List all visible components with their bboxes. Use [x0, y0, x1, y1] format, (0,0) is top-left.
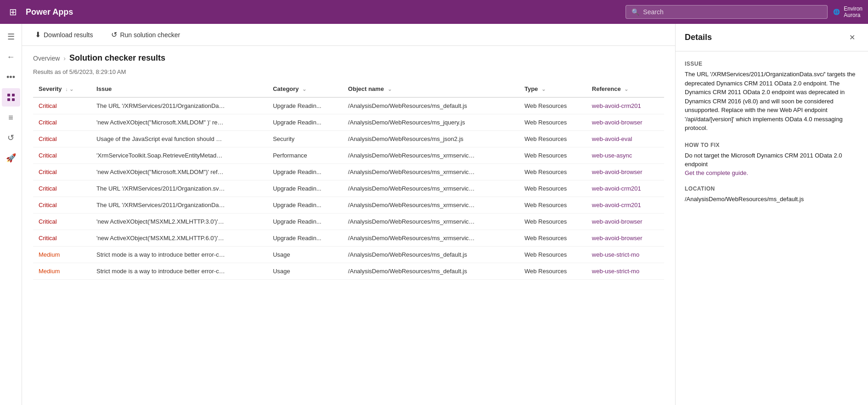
- cell-reference: web-use-strict-mo: [586, 263, 664, 280]
- cell-category: Upgrade Readin...: [267, 114, 343, 131]
- run-checker-label: Run solution checker: [120, 31, 180, 39]
- cell-object-name: /AnalysisDemo/WebResources/ms_jquery.js: [343, 114, 519, 131]
- cell-issue: Strict mode is a way to introduce better…: [91, 263, 267, 280]
- run-solution-checker-button[interactable]: ↺ Run solution checker: [106, 28, 186, 42]
- cell-severity: Critical: [33, 147, 91, 164]
- cell-object-name: /AnalysisDemo/WebResources/ms_json2.js: [343, 131, 519, 147]
- cell-reference: web-avoid-browser: [586, 230, 664, 247]
- app-grid-icon[interactable]: ⊞: [6, 6, 20, 17]
- table-row[interactable]: Medium Strict mode is a way to introduce…: [33, 263, 664, 280]
- sidebar-item-launch[interactable]: 🚀: [2, 149, 20, 167]
- download-results-button[interactable]: ⬇ Download results: [29, 28, 98, 42]
- cell-object-name: /AnalysisDemo/WebResources/ms_xrmservice…: [343, 197, 519, 214]
- details-close-button[interactable]: ✕: [845, 31, 859, 44]
- reference-link[interactable]: web-use-strict-mo: [592, 251, 639, 258]
- table-row[interactable]: Critical The URL '/XRMServices/2011/Orga…: [33, 97, 664, 114]
- cell-type: Web Resources: [519, 97, 586, 114]
- cell-severity: Critical: [33, 197, 91, 214]
- sidebar-item-list[interactable]: ≡: [2, 108, 20, 127]
- download-label: Download results: [44, 31, 93, 39]
- cell-category: Upgrade Readin...: [267, 230, 343, 247]
- col-header-type[interactable]: Type ⌄: [519, 81, 586, 97]
- cell-object-name: /AnalysisDemo/WebResources/ms_default.js: [343, 247, 519, 263]
- breadcrumb-overview[interactable]: Overview: [33, 55, 60, 62]
- reference-link[interactable]: web-avoid-crm201: [592, 102, 641, 109]
- table-row[interactable]: Critical 'new ActiveXObject("Microsoft.X…: [33, 164, 664, 180]
- cell-type: Web Resources: [519, 263, 586, 280]
- cell-reference: web-avoid-browser: [586, 214, 664, 230]
- cell-object-name: /AnalysisDemo/WebResources/ms_xrmservice…: [343, 230, 519, 247]
- col-header-object-name[interactable]: Object name ⌄: [343, 81, 519, 97]
- location-label: Location: [685, 186, 859, 192]
- cell-type: Web Resources: [519, 230, 586, 247]
- table-row[interactable]: Critical The URL '/XRMServices/2011/Orga…: [33, 180, 664, 197]
- cell-category: Usage: [267, 263, 343, 280]
- sidebar: ☰ ← ••• ≡ ↺ 🚀: [0, 24, 22, 405]
- cell-category: Security: [267, 131, 343, 147]
- type-sort-icon[interactable]: ⌄: [541, 86, 546, 92]
- cell-type: Web Resources: [519, 214, 586, 230]
- complete-guide-link[interactable]: Get the complete guide.: [685, 169, 748, 176]
- app-title: Power Apps: [26, 7, 73, 17]
- col-header-reference[interactable]: Reference ⌄: [586, 81, 664, 97]
- cell-category: Usage: [267, 247, 343, 263]
- reference-sort-icon[interactable]: ⌄: [624, 86, 628, 92]
- cell-severity: Critical: [33, 164, 91, 180]
- sidebar-item-apps[interactable]: [2, 88, 20, 107]
- search-input[interactable]: [643, 8, 822, 16]
- reference-link[interactable]: web-avoid-browser: [592, 218, 643, 225]
- reference-link[interactable]: web-use-async: [592, 152, 632, 159]
- howtofix-content: Do not target the Microsoft Dynamics CRM…: [685, 151, 859, 169]
- details-header: Details ✕: [676, 24, 868, 51]
- cell-reference: web-avoid-crm201: [586, 197, 664, 214]
- cell-reference: web-use-strict-mo: [586, 247, 664, 263]
- table-row[interactable]: Medium Strict mode is a way to introduce…: [33, 247, 664, 263]
- cell-category: Upgrade Readin...: [267, 197, 343, 214]
- table-row[interactable]: Critical 'XrmServiceToolkit.Soap.Retriev…: [33, 147, 664, 164]
- objectname-sort-icon[interactable]: ⌄: [388, 86, 392, 92]
- cell-category: Performance: [267, 147, 343, 164]
- reference-link[interactable]: web-avoid-browser: [592, 235, 643, 242]
- reference-link[interactable]: web-use-strict-mo: [592, 268, 639, 275]
- search-icon: 🔍: [631, 8, 639, 16]
- results-meta: Results as of 5/6/2023, 8:29:10 AM: [22, 67, 675, 81]
- cell-reference: web-avoid-eval: [586, 131, 664, 147]
- cell-issue: 'new ActiveXObject('MSXML2.XMLHTTP.6.0')…: [91, 230, 267, 247]
- cell-object-name: /AnalysisDemo/WebResources/ms_xrmservice…: [343, 147, 519, 164]
- cell-category: Upgrade Readin...: [267, 214, 343, 230]
- main-layout: ☰ ← ••• ≡ ↺ 🚀 ⬇ Download results ↺ Run s…: [0, 24, 868, 405]
- sidebar-item-more[interactable]: •••: [2, 68, 20, 86]
- cell-severity: Medium: [33, 263, 91, 280]
- table-row[interactable]: Critical 'new ActiveXObject('MSXML2.XMLH…: [33, 214, 664, 230]
- details-location-section: Location /AnalysisDemo/WebResources/ms_d…: [685, 186, 859, 204]
- reference-link[interactable]: web-avoid-browser: [592, 119, 643, 126]
- cell-category: Upgrade Readin...: [267, 180, 343, 197]
- cell-issue: 'new ActiveXObject("Microsoft.XMLDOM")' …: [91, 164, 267, 180]
- cell-object-name: /AnalysisDemo/WebResources/ms_default.js: [343, 263, 519, 280]
- top-navigation: ⊞ Power Apps 🔍 🌐 Environ Aurora: [0, 0, 868, 24]
- table-row[interactable]: Critical Usage of the JavaScript eval fu…: [33, 131, 664, 147]
- cell-reference: web-use-async: [586, 147, 664, 164]
- results-table-container: Severity ↓ ⌄ Issue Category ⌄ Object nam…: [22, 81, 675, 405]
- reference-link[interactable]: web-avoid-crm201: [592, 185, 641, 192]
- cell-severity: Critical: [33, 230, 91, 247]
- col-header-category[interactable]: Category ⌄: [267, 81, 343, 97]
- cell-severity: Medium: [33, 247, 91, 263]
- sidebar-item-history[interactable]: ↺: [2, 129, 20, 147]
- details-title: Details: [685, 33, 712, 42]
- cell-issue: The URL '/XRMServices/2011/Organization.…: [91, 180, 267, 197]
- sidebar-item-back[interactable]: ←: [2, 48, 20, 66]
- cell-severity: Critical: [33, 214, 91, 230]
- cell-severity: Critical: [33, 180, 91, 197]
- sidebar-item-menu[interactable]: ☰: [2, 28, 20, 46]
- table-row[interactable]: Critical 'new ActiveXObject('MSXML2.XMLH…: [33, 230, 664, 247]
- table-row[interactable]: Critical The URL '/XRMServices/2011/Orga…: [33, 197, 664, 214]
- reference-link[interactable]: web-avoid-eval: [592, 135, 632, 142]
- reference-link[interactable]: web-avoid-crm201: [592, 202, 641, 208]
- category-sort-icon[interactable]: ⌄: [302, 86, 306, 92]
- table-row[interactable]: Critical 'new ActiveXObject("Microsoft.X…: [33, 114, 664, 131]
- details-body: Issue The URL '/XRMServices/2011/Organiz…: [676, 51, 868, 213]
- severity-sort-icon[interactable]: ↓ ⌄: [65, 86, 73, 92]
- col-header-severity[interactable]: Severity ↓ ⌄: [33, 81, 91, 97]
- reference-link[interactable]: web-avoid-browser: [592, 169, 643, 175]
